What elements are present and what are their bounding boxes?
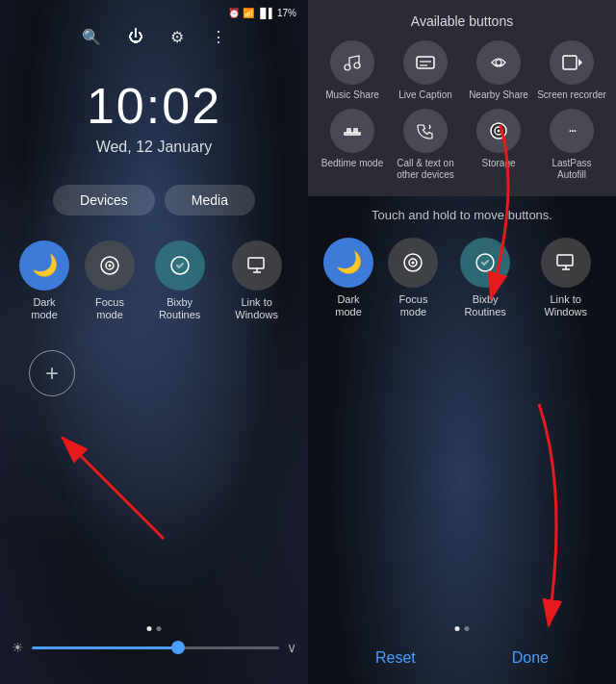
dark-mode-toggle[interactable]: 🌙 Dark mode (19, 241, 69, 321)
brightness-bar: ☀ ∨ (12, 640, 296, 655)
live-caption-item[interactable]: Live Caption (391, 40, 460, 101)
clock-time: 10:02 (0, 77, 308, 135)
add-button-row: + (0, 331, 308, 416)
live-caption-icon (403, 40, 448, 85)
devices-button[interactable]: Devices (53, 185, 155, 215)
svg-point-9 (354, 63, 360, 68)
link-windows-label: Link to Windows (224, 296, 289, 321)
reset-button[interactable]: Reset (375, 649, 416, 667)
expand-icon[interactable]: ∨ (287, 640, 296, 655)
right-focus-mode-icon (388, 238, 438, 288)
brightness-thumb[interactable] (171, 641, 185, 654)
right-link-windows-label: Link to Windows (530, 293, 601, 318)
right-bixby-label: Bixby Routines (453, 293, 518, 318)
svg-point-8 (345, 64, 350, 70)
available-title: Available buttons (318, 13, 606, 29)
music-share-item[interactable]: Music Share (318, 40, 387, 101)
right-quick-toggles: 🌙 Dark mode Focus mode Bixby Routines (308, 230, 616, 328)
dot-1 (147, 626, 152, 631)
right-bixby-icon (460, 238, 510, 288)
right-dark-mode-toggle[interactable]: 🌙 Dark mode (323, 238, 373, 318)
search-icon[interactable]: 🔍 (82, 28, 101, 46)
svg-rect-16 (344, 132, 361, 136)
svg-point-24 (412, 262, 415, 265)
svg-point-21 (498, 130, 500, 133)
right-panel: Available buttons Music Share (308, 0, 616, 684)
svg-rect-4 (248, 258, 264, 268)
svg-rect-10 (417, 57, 434, 68)
right-page-dots (455, 626, 470, 631)
music-share-label: Music Share (325, 89, 379, 101)
left-content: ⏰ 📶 ▐▌▌ 17% 🔍 ⏻ ⚙ ⋮ 10:02 Wed, 12 Januar… (0, 0, 308, 684)
right-link-windows-icon (541, 238, 591, 288)
call-text-icon (403, 109, 448, 153)
done-button[interactable]: Done (512, 649, 549, 667)
add-button[interactable]: + (29, 350, 75, 396)
alarm-icon: ⏰ (228, 8, 240, 18)
bixby-routines-toggle[interactable]: Bixby Routines (150, 241, 209, 321)
nearby-share-item[interactable]: Nearby Share (464, 40, 533, 101)
svg-point-2 (109, 265, 112, 267)
svg-rect-14 (563, 56, 577, 69)
quick-icons-row: 🔍 ⏻ ⚙ ⋮ (0, 22, 308, 58)
right-dark-mode-icon: 🌙 (323, 238, 373, 288)
settings-icon[interactable]: ⚙ (170, 28, 184, 46)
left-panel: ⏰ 📶 ▐▌▌ 17% 🔍 ⏻ ⚙ ⋮ 10:02 Wed, 12 Januar… (0, 0, 308, 684)
quick-toggles: 🌙 Dark mode Focus mode (0, 231, 308, 331)
svg-marker-15 (578, 59, 582, 66)
right-dark-mode-label: Dark mode (323, 293, 373, 318)
nearby-share-icon (476, 40, 521, 85)
nearby-share-label: Nearby Share (469, 89, 528, 101)
right-focus-mode-toggle[interactable]: Focus mode (387, 238, 440, 318)
reset-done-row: Reset Done (308, 649, 616, 667)
touch-hold-text: Touch and hold to move buttons. (308, 196, 616, 230)
svg-point-3 (171, 257, 189, 274)
battery-level: 17% (277, 8, 296, 18)
right-bixby-toggle[interactable]: Bixby Routines (453, 238, 518, 318)
storage-icon (476, 109, 521, 153)
focus-mode-toggle[interactable]: Focus mode (85, 241, 135, 321)
bixby-routines-icon (155, 241, 205, 291)
lastpass-item[interactable]: ··· LastPass Autofill (537, 109, 606, 181)
dark-mode-icon: 🌙 (19, 241, 69, 291)
brightness-track[interactable] (32, 646, 279, 649)
dot-2 (157, 626, 162, 631)
screen-recorder-label: Screen recorder (537, 89, 606, 101)
svg-point-25 (476, 254, 494, 271)
focus-mode-icon (85, 241, 135, 291)
time-display: 10:02 Wed, 12 January (0, 58, 308, 162)
power-icon[interactable]: ⏻ (128, 28, 143, 46)
lastpass-label: LastPass Autofill (537, 158, 606, 181)
available-grid: Music Share Live Caption (318, 40, 606, 181)
bedtime-mode-icon (330, 109, 374, 153)
call-text-item[interactable]: Call & text on other devices (391, 109, 460, 181)
right-dot-1 (455, 626, 460, 631)
screen-recorder-icon (550, 40, 594, 85)
lastpass-icon: ··· (550, 109, 594, 153)
wifi-icon: 📶 (243, 8, 254, 18)
available-section: Available buttons Music Share (308, 0, 616, 196)
music-share-icon (330, 40, 374, 85)
live-caption-label: Live Caption (398, 89, 452, 101)
link-windows-toggle[interactable]: Link to Windows (224, 241, 289, 321)
svg-rect-18 (353, 128, 358, 133)
clock-date: Wed, 12 January (0, 139, 308, 156)
dark-mode-label: Dark mode (19, 296, 69, 321)
right-link-windows-toggle[interactable]: Link to Windows (530, 238, 601, 318)
svg-rect-17 (346, 128, 351, 133)
bedtime-mode-item[interactable]: Bedtime mode (318, 109, 387, 181)
link-windows-icon (232, 241, 282, 291)
storage-label: Storage (481, 158, 515, 169)
status-bar: ⏰ 📶 ▐▌▌ 17% (0, 0, 308, 22)
call-text-label: Call & text on other devices (391, 158, 460, 181)
page-dots (147, 626, 162, 631)
bixby-routines-label: Bixby Routines (150, 296, 209, 321)
svg-rect-26 (557, 255, 573, 266)
screen-recorder-item[interactable]: Screen recorder (537, 40, 606, 101)
svg-point-13 (496, 60, 501, 65)
signal-icon: ▐▌▌ (257, 8, 274, 18)
media-button[interactable]: Media (165, 185, 255, 215)
storage-item[interactable]: Storage (464, 109, 533, 181)
devices-media-row: Devices Media (0, 162, 308, 231)
more-options-icon[interactable]: ⋮ (211, 28, 226, 46)
